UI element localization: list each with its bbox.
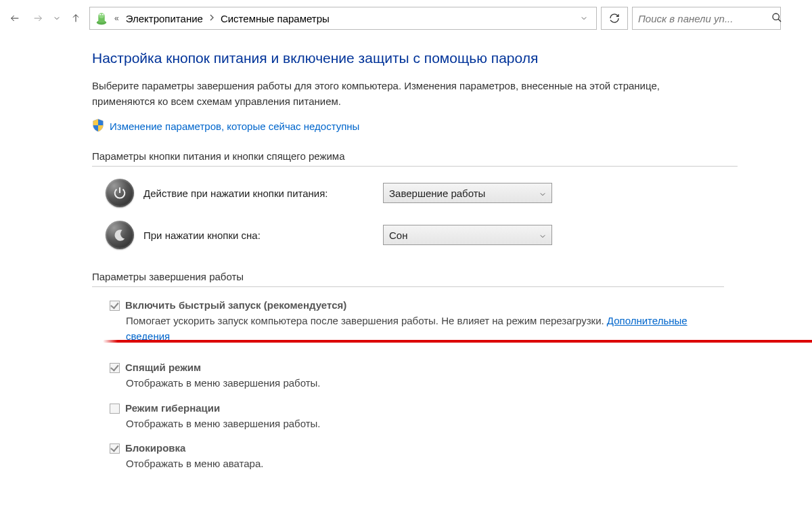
search-icon[interactable] (771, 12, 782, 25)
power-icon (106, 179, 134, 207)
hibernate-option-desc: Отображать в меню завершения работы. (126, 416, 724, 432)
shield-icon (92, 118, 104, 134)
forward-button[interactable] (28, 9, 47, 28)
shutdown-option-fast-startup: Включить быстрый запуск (рекомендуется) … (110, 299, 724, 347)
section-heading-shutdown: Параметры завершения работы (92, 268, 724, 287)
back-button[interactable] (5, 9, 24, 28)
address-bar[interactable]: « Электропитание Системные параметры (89, 7, 597, 30)
lock-checkbox (110, 443, 120, 454)
breadcrumb-item-power[interactable]: Электропитание (125, 13, 204, 24)
refresh-button[interactable] (601, 7, 628, 30)
shutdown-option-hibernate: Режим гибернации Отображать в меню завер… (110, 402, 724, 432)
shutdown-option-sleep: Спящий режим Отображать в меню завершени… (110, 362, 724, 391)
svg-point-4 (773, 14, 779, 20)
control-panel-icon (94, 11, 109, 26)
sleep-button-action-label: При нажатии кнопки сна: (143, 230, 374, 241)
section-heading-buttons: Параметры кнопки питания и кнопки спящег… (92, 148, 738, 167)
power-button-action-combo[interactable]: Завершение работы (383, 183, 552, 203)
chevron-down-icon (539, 188, 546, 199)
change-unavailable-settings-link[interactable]: Изменение параметров, которые сейчас нед… (110, 121, 359, 132)
sleep-option-desc: Отображать в меню завершения работы. (126, 376, 724, 391)
annotation-underline (103, 340, 812, 343)
sleep-option-label: Спящий режим (125, 362, 201, 373)
combo-value: Завершение работы (389, 188, 485, 199)
shutdown-option-lock: Блокировка Отображать в меню аватара. (110, 442, 724, 472)
lock-option-desc: Отображать в меню аватара. (126, 456, 724, 472)
breadcrumb-item-system[interactable]: Системные параметры (219, 13, 331, 24)
page-title: Настройка кнопок питания и включение защ… (92, 50, 724, 66)
hibernate-option-label: Режим гибернации (125, 402, 220, 414)
lock-option-label: Блокировка (125, 442, 185, 454)
fast-startup-label: Включить быстрый запуск (рекомендуется) (125, 299, 346, 311)
fast-startup-checkbox (110, 301, 120, 311)
up-button[interactable] (66, 9, 85, 28)
power-button-action-label: Действие при нажатии кнопки питания: (143, 188, 374, 199)
intro-text: Выберите параметры завершения работы для… (92, 79, 724, 109)
search-input[interactable] (638, 13, 767, 24)
search-box[interactable] (632, 7, 781, 30)
svg-rect-2 (99, 14, 101, 16)
breadcrumb-prefix: « (112, 14, 122, 23)
address-dropdown[interactable] (576, 16, 592, 21)
combo-value: Сон (389, 230, 407, 241)
svg-point-1 (99, 13, 104, 18)
svg-rect-3 (102, 14, 104, 16)
sleep-checkbox (110, 363, 120, 373)
sleep-icon (106, 221, 134, 249)
sleep-button-action-combo[interactable]: Сон (383, 225, 552, 245)
recent-locations-dropdown[interactable] (51, 16, 62, 21)
hibernate-checkbox (110, 404, 120, 414)
chevron-right-icon[interactable] (207, 14, 217, 23)
chevron-down-icon (539, 230, 546, 241)
